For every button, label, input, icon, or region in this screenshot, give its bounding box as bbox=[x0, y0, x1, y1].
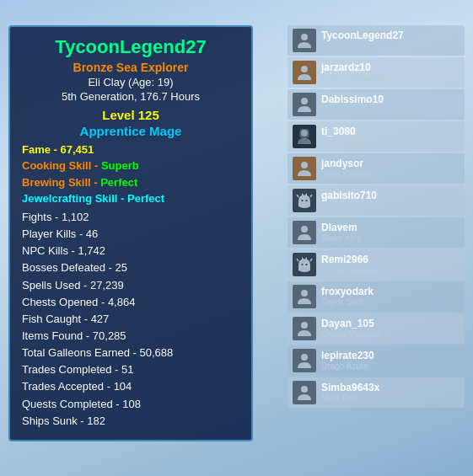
svg-point-5 bbox=[302, 200, 304, 201]
stat-line: Chests Opened - 4,864 bbox=[22, 294, 239, 311]
entry-username: Remi2966 bbox=[321, 254, 383, 265]
brewing-skill: Brewing Skill - Perfect bbox=[22, 174, 239, 191]
player-entry[interactable]: gabisito710Garnel Johnson bbox=[288, 185, 465, 216]
svg-point-11 bbox=[301, 322, 308, 329]
player-entry[interactable]: jandysorYang Kawaski bbox=[288, 153, 465, 184]
stat-line: NPC Kills - 1,742 bbox=[22, 243, 239, 259]
entry-realname: Kane West bbox=[321, 137, 363, 147]
svg-point-4 bbox=[301, 162, 308, 168]
player-info: Eli Clay (Age: 19) bbox=[22, 75, 239, 90]
svg-point-10 bbox=[301, 290, 308, 297]
entry-username: Dayan_105 bbox=[321, 318, 381, 329]
stat-line: Quests Completed - 108 bbox=[22, 396, 239, 413]
player-avatar bbox=[293, 253, 316, 276]
player-avatar bbox=[293, 29, 316, 52]
player-entry[interactable]: Simba9643xMaia Fish bbox=[288, 377, 465, 408]
right-panel: TycoonLegend27Eli Clay jarzardz10Saburo … bbox=[288, 25, 465, 409]
svg-point-12 bbox=[301, 354, 308, 361]
entry-username: Dabissimo10 bbox=[321, 94, 384, 105]
cooking-skill: Cooking Skill - Superb bbox=[22, 158, 239, 174]
entry-username: froxyodark bbox=[321, 286, 374, 297]
entry-username: jandysor bbox=[321, 158, 374, 169]
player-fame: Fame - 67,451 bbox=[22, 142, 239, 158]
player-entry[interactable]: TycoonLegend27Eli Clay bbox=[288, 25, 465, 56]
entry-username: TycoonLegend27 bbox=[321, 29, 404, 41]
entry-realname: Drago Azure bbox=[321, 361, 374, 372]
left-panel: TycoonLegend27 Bronze Sea Explorer Eli C… bbox=[8, 25, 253, 441]
stat-line: Trades Completed - 51 bbox=[22, 361, 239, 378]
player-entry[interactable]: Dabissimo10Sirena Dark bbox=[288, 89, 465, 120]
player-avatar bbox=[293, 349, 316, 372]
stat-line: Player Kills - 46 bbox=[22, 226, 239, 243]
stat-line: Bosses Defeated - 25 bbox=[22, 259, 239, 276]
player-generation: 5th Generation, 176.7 Hours bbox=[22, 90, 239, 103]
svg-point-8 bbox=[302, 264, 304, 265]
player-entry[interactable]: froxyodarkTaylor Swift bbox=[288, 281, 465, 312]
player-entry[interactable]: Dayan_105Garcia Mustang bbox=[288, 313, 465, 344]
stat-line: Trades Accepted - 104 bbox=[22, 378, 239, 395]
svg-point-7 bbox=[301, 226, 308, 233]
entry-realname: Yang Kawaski bbox=[321, 169, 374, 179]
player-entry[interactable]: ti_3080Kane West bbox=[288, 121, 465, 152]
svg-point-9 bbox=[306, 264, 308, 265]
player-avatar bbox=[293, 93, 316, 116]
entry-realname: Eli Clay bbox=[321, 41, 404, 51]
entry-username: Dlavem bbox=[321, 222, 362, 233]
player-entry[interactable]: Remi2966Remus Mustang bbox=[288, 249, 465, 280]
stat-line: Items Found - 70,285 bbox=[22, 328, 239, 345]
entry-realname: Remus Mustang bbox=[321, 265, 383, 275]
player-level: Level 125 bbox=[22, 106, 239, 124]
version-label: DE v1.14.8 bbox=[408, 7, 463, 19]
entry-realname: Blake King bbox=[321, 233, 362, 243]
player-avatar bbox=[293, 157, 316, 180]
player-avatar bbox=[293, 317, 316, 340]
entry-username: lepirate230 bbox=[321, 350, 374, 361]
entry-username: ti_3080 bbox=[321, 126, 363, 137]
jewelcrafting-skill: Jewelcrafting Skill - Perfect bbox=[22, 190, 239, 207]
entry-realname: Taylor Swift bbox=[321, 297, 374, 308]
stat-line: Fights - 1,102 bbox=[22, 209, 239, 226]
entry-realname: Saburo Makarov bbox=[321, 73, 383, 83]
player-class: Apprentice Mage bbox=[22, 124, 239, 138]
player-name: TycoonLegend27 bbox=[22, 35, 239, 60]
player-entry[interactable]: lepirate230Drago Azure bbox=[288, 345, 465, 376]
player-avatar bbox=[293, 221, 316, 244]
entry-realname: Maia Fish bbox=[321, 393, 379, 404]
player-entry[interactable]: jarzardz10Saburo Makarov bbox=[288, 57, 465, 88]
entry-realname: Garnel Johnson bbox=[321, 201, 381, 211]
stats-section: Fights - 1,102Player Kills - 46NPC Kills… bbox=[22, 209, 239, 430]
stat-line: Total Galleons Earned - 50,688 bbox=[22, 345, 239, 361]
stat-line: Fish Caught - 427 bbox=[22, 311, 239, 328]
player-avatar bbox=[293, 381, 316, 404]
entry-username: Simba9643x bbox=[321, 382, 379, 393]
entry-username: gabisito710 bbox=[321, 190, 381, 201]
player-entry[interactable]: DlavemBlake King bbox=[288, 217, 465, 248]
svg-point-2 bbox=[301, 98, 308, 104]
player-avatar bbox=[293, 61, 316, 84]
svg-point-0 bbox=[301, 34, 308, 40]
svg-point-13 bbox=[301, 386, 308, 393]
stat-line: Ships Sunk - 182 bbox=[22, 413, 239, 430]
player-avatar bbox=[293, 189, 316, 212]
stat-line: Spells Used - 27,239 bbox=[22, 277, 239, 294]
entry-realname: Garcia Mustang bbox=[321, 329, 381, 340]
entry-username: jarzardz10 bbox=[321, 62, 383, 73]
svg-point-1 bbox=[301, 66, 308, 72]
player-avatar bbox=[293, 125, 316, 148]
svg-point-6 bbox=[306, 200, 308, 201]
player-title: Bronze Sea Explorer bbox=[22, 60, 239, 75]
player-avatar bbox=[293, 285, 316, 308]
entry-realname: Sirena Dark bbox=[321, 105, 384, 115]
